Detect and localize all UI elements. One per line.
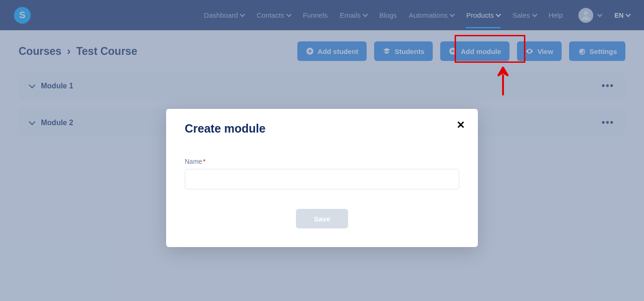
name-field-label: Name* bbox=[185, 158, 459, 165]
create-module-modal: Create module ✕ Name* Save bbox=[166, 109, 478, 247]
save-button[interactable]: Save bbox=[296, 209, 348, 228]
required-asterisk: * bbox=[203, 158, 205, 165]
modal-title: Create module bbox=[185, 122, 459, 135]
module-name-input[interactable] bbox=[185, 169, 459, 189]
close-icon[interactable]: ✕ bbox=[456, 120, 465, 130]
button-label: Save bbox=[314, 215, 330, 223]
modal-overlay[interactable]: Create module ✕ Name* Save bbox=[0, 0, 644, 301]
